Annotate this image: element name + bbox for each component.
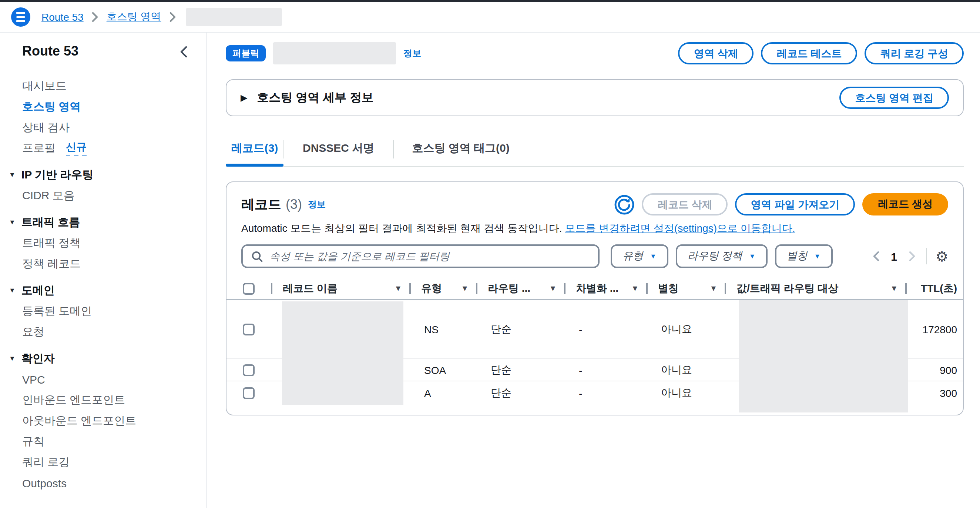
col-routing: 라우팅 ...▼ [476,278,564,299]
current-page-number[interactable]: 1 [891,250,897,263]
records-actions: 레코드 삭제 영역 파일 가져오기 레코드 생성 [614,193,948,215]
row-checkbox[interactable] [243,323,255,335]
create-record-button[interactable]: 레코드 생성 [862,193,948,215]
tab-dnssec[interactable]: DNSSEC 서명 [284,134,393,166]
sidebar-item-health-checks[interactable]: 상태 검사 [0,117,207,138]
sidebar-item-dashboard[interactable]: 대시보드 [0,75,207,96]
sidebar-item-policy-records[interactable]: 정책 레코드 [0,253,207,274]
sort-icon[interactable]: ▼ [633,285,637,291]
settings-link[interactable]: 모드를 변경하려면 설정(settings)으로 이동합니다. [565,222,795,234]
routing-cell: 단순 [476,386,564,400]
caret-down-icon: ▼ [9,355,16,362]
sort-icon[interactable]: ▼ [892,285,896,291]
chevron-left-icon [872,251,879,261]
records-controls: 유형 ▼ 라우팅 정책 ▼ 별칭 ▼ 1 [226,236,963,268]
refresh-icon [614,194,634,214]
pagination: 1 ⚙ [871,248,948,264]
breadcrumb: Route 53 호스팅 영역 [41,8,282,26]
menu-icon[interactable] [11,7,30,27]
sidebar-item-inbound-endpoints[interactable]: 인바운드 엔드포인트 [0,390,207,410]
routing-policy-filter-dropdown[interactable]: 라우팅 정책 ▼ [676,244,768,268]
previous-page-button[interactable] [871,250,880,263]
chevron-right-icon [169,12,176,22]
sort-icon[interactable]: ▼ [463,285,467,291]
record-filter-input[interactable] [269,250,591,262]
sidebar-item-cidr-collections[interactable]: CIDR 모음 [0,185,207,206]
caret-down-icon: ▼ [814,253,821,260]
sidebar-item-outposts[interactable]: Outposts [0,473,207,493]
sidebar-item-registered-domains[interactable]: 등록된 도메인 [0,301,207,322]
sidebar-item-rules[interactable]: 규칙 [0,431,207,452]
zone-actions: 영역 삭제 레코드 테스트 쿼리 로깅 구성 [678,42,964,64]
new-badge-link[interactable]: 신규 [66,140,87,156]
record-type-cell: SOA [409,364,476,376]
sort-icon[interactable]: ▼ [396,285,401,291]
sidebar-section-domains[interactable]: ▼도메인 [0,280,207,301]
breadcrumb-route53-link[interactable]: Route 53 [41,11,84,23]
sidebar-item-outbound-endpoints[interactable]: 아웃바운드 엔드포인트 [0,410,207,431]
caret-down-icon: ▼ [749,253,756,260]
sidebar-section-resolver[interactable]: ▼확인자 [0,348,207,369]
col-type: 유형▼ [409,278,476,299]
details-panel-title: 호스팅 영역 세부 정보 [257,90,374,105]
record-type-cell: A [409,387,476,399]
sidebar-item-vpc[interactable]: VPC [0,369,207,390]
expand-caret-icon[interactable]: ▶ [240,93,247,102]
edit-hosted-zone-button[interactable]: 호스팅 영역 편집 [839,87,949,109]
sidebar-collapse-icon[interactable] [180,46,187,58]
configure-query-logging-button[interactable]: 쿼리 로깅 구성 [864,42,964,64]
search-icon [252,251,263,262]
records-info-link[interactable]: 정보 [308,198,326,211]
alias-filter-dropdown[interactable]: 별칭 ▼ [775,244,832,268]
pager-divider [926,248,927,264]
ttl-cell: 300 [905,387,963,399]
sidebar-item-requests[interactable]: 요청 [0,322,207,342]
sidebar-item-hosted-zones[interactable]: 호스팅 영역 [0,96,207,117]
test-record-button[interactable]: 레코드 테스트 [761,42,858,64]
type-filter-dropdown[interactable]: 유형 ▼ [611,244,668,268]
record-filter-searchbox[interactable] [241,244,600,268]
records-title: 레코드 [241,196,281,213]
records-card: 레코드 (3) 정보 레코드 삭제 영역 파일 가져오기 [226,182,964,416]
tab-zone-tags[interactable]: 호스팅 영역 태그(0) [393,134,528,166]
alias-cell: 아니요 [646,363,725,377]
sidebar-item-traffic-policies[interactable]: 트래픽 정책 [0,233,207,253]
records-description: Automatic 모드는 최상의 필터 결과에 최적화된 현재 검색 동작입니… [226,215,963,236]
chevron-right-icon [909,251,916,261]
caret-down-icon: ▼ [9,172,16,178]
sidebar-section-ip-routing[interactable]: ▼IP 기반 라우팅 [0,164,207,185]
delete-record-button[interactable]: 레코드 삭제 [642,193,728,215]
select-all-cell [226,278,271,299]
alias-cell: 아니요 [646,386,725,400]
tab-records[interactable]: 레코드(3) [226,134,283,166]
row-checkbox[interactable] [243,364,255,376]
preferences-gear-icon[interactable]: ⚙ [935,249,948,263]
sort-icon[interactable]: ▼ [551,285,555,291]
select-all-checkbox[interactable] [243,282,255,295]
zone-name-redacted [273,42,396,64]
sidebar-item-profiles[interactable]: 프로필신규 [0,138,207,158]
col-differentiator: 차별화 ...▼ [564,278,646,299]
col-record-name: 레코드 이름▼ [271,278,409,299]
col-alias: 별칭▼ [646,278,725,299]
import-zone-file-button[interactable]: 영역 파일 가져오기 [735,193,855,215]
col-ttl: TTL(초) [905,278,963,299]
next-page-button[interactable] [907,250,917,263]
row-checkbox[interactable] [243,387,255,399]
records-count: (3) [286,197,302,212]
delete-zone-button[interactable]: 영역 삭제 [678,42,754,64]
ttl-cell: 172800 [905,323,963,335]
sidebar-item-query-logging[interactable]: 쿼리 로깅 [0,452,207,473]
sort-icon[interactable]: ▼ [711,285,716,291]
record-values-redacted [739,300,908,412]
breadcrumb-bar: Route 53 호스팅 영역 [0,2,980,33]
record-type-cell: NS [409,323,476,335]
chevron-right-icon [92,12,99,22]
zone-header: 퍼블릭 정보 영역 삭제 레코드 테스트 쿼리 로깅 구성 [226,42,964,64]
zone-info-link[interactable]: 정보 [403,47,421,60]
breadcrumb-hosted-zones-link[interactable]: 호스팅 영역 [107,10,161,24]
tab-bar: 레코드(3) DNSSEC 서명 호스팅 영역 태그(0) [226,134,964,167]
sidebar-section-traffic-flow[interactable]: ▼트래픽 흐름 [0,212,207,233]
refresh-button[interactable] [614,194,635,215]
caret-down-icon: ▼ [650,253,657,260]
